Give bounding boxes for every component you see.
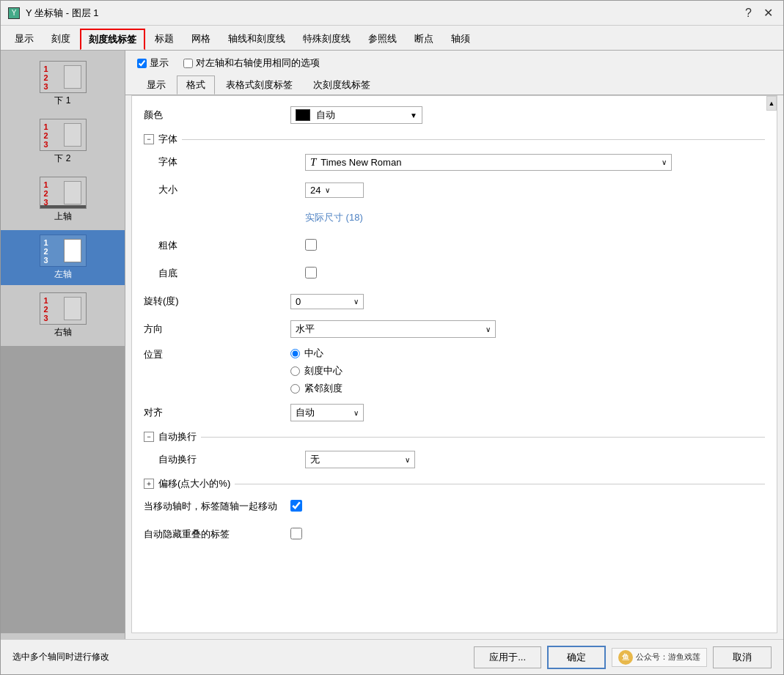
- window-title: Y 坐标轴 - 图层 1: [26, 7, 98, 20]
- cancel-button[interactable]: 取消: [713, 646, 772, 668]
- align-label: 对齐: [144, 406, 290, 419]
- font-value: Times New Roman: [320, 157, 401, 168]
- sidebar-item-left-axis[interactable]: 123 左轴: [1, 230, 125, 285]
- sidebar-label-bottom1: 下 1: [54, 95, 70, 107]
- tab-tick[interactable]: 刻度: [43, 29, 78, 50]
- italic-label: 自底: [158, 267, 305, 280]
- help-button[interactable]: ?: [742, 6, 755, 20]
- same-options-label: 对左轴和右轴使用相同的选项: [196, 56, 320, 70]
- font-dropdown[interactable]: T Times New Roman ∨: [305, 154, 672, 171]
- same-options-checkbox[interactable]: [183, 59, 193, 68]
- font-section-header: － 字体: [144, 133, 765, 146]
- color-swatch: [296, 109, 310, 121]
- tab-ref-line[interactable]: 参照线: [360, 29, 405, 50]
- show-checkbox[interactable]: [137, 59, 147, 68]
- sub-tab-minor[interactable]: 次刻度线标签: [304, 75, 380, 95]
- auto-hide-checkbox[interactable]: [290, 528, 302, 539]
- color-dropdown-arrow: ▼: [410, 111, 417, 119]
- watermark-icon: 鱼: [618, 650, 633, 665]
- bottom1-icon: 123: [40, 61, 87, 93]
- autowrap-section-collapse[interactable]: －: [144, 432, 154, 442]
- rotation-control: 0 ∨: [290, 294, 765, 309]
- ok-button[interactable]: 确定: [547, 646, 606, 669]
- sidebar: 123 下 1 123 下 2 123 上轴: [1, 51, 125, 639]
- bold-checkbox[interactable]: [305, 239, 317, 251]
- sub-tabs: 显示 格式 表格式刻度标签 次刻度线标签: [125, 75, 783, 95]
- position-center-option[interactable]: 中心: [290, 347, 765, 360]
- form-content: ▲ 颜色 自动 ▼ － 字体: [131, 95, 777, 633]
- font-label: 字体: [158, 155, 305, 169]
- sub-tab-show[interactable]: 显示: [137, 75, 175, 95]
- sidebar-item-bottom2[interactable]: 123 下 2: [1, 114, 125, 169]
- font-section-collapse[interactable]: －: [144, 134, 154, 144]
- font-section-line: [182, 139, 765, 140]
- move-with-axis-checkbox[interactable]: [290, 500, 302, 512]
- autowrap-dropdown[interactable]: 无 ∨: [305, 451, 415, 468]
- position-near-tick-option[interactable]: 紧邻刻度: [290, 382, 765, 395]
- sidebar-item-top-axis[interactable]: 123 上轴: [1, 172, 125, 227]
- rotation-dropdown[interactable]: 0 ∨: [290, 294, 364, 309]
- tab-display[interactable]: 显示: [7, 29, 42, 50]
- position-center-label: 中心: [304, 347, 323, 360]
- position-near-tick-radio[interactable]: [290, 384, 300, 394]
- offset-section-label: 偏移(点大小的%): [158, 477, 230, 490]
- apply-button[interactable]: 应用于...: [474, 646, 541, 668]
- tab-grid[interactable]: 网格: [183, 29, 219, 50]
- tab-tick-label[interactable]: 刻度线标签: [80, 29, 145, 50]
- direction-value: 水平: [296, 322, 315, 336]
- direction-dropdown[interactable]: 水平 ∨: [290, 320, 496, 338]
- autowrap-control: 无 ∨: [305, 451, 765, 468]
- align-dropdown[interactable]: 自动 ∨: [290, 404, 364, 421]
- app-icon: Y: [8, 7, 20, 19]
- title-bar-right: ? ✕: [742, 6, 776, 20]
- font-control: T Times New Roman ∨: [305, 154, 765, 171]
- sidebar-item-bottom1[interactable]: 123 下 1: [1, 56, 125, 111]
- position-row: 位置 中心 刻度中心 紧邻刻度: [144, 347, 765, 395]
- color-row: 颜色 自动 ▼: [144, 105, 765, 125]
- auto-hide-control: [290, 528, 765, 542]
- autowrap-section-label: 自动换行: [158, 430, 197, 443]
- italic-checkbox[interactable]: [305, 267, 317, 279]
- show-label: 显示: [150, 56, 169, 70]
- size-row: 大小 24 ∨: [144, 180, 765, 200]
- size-dropdown[interactable]: 24 ∨: [305, 182, 364, 198]
- bold-label: 粗体: [158, 239, 305, 252]
- close-button[interactable]: ✕: [761, 6, 776, 20]
- sidebar-label-top-axis: 上轴: [54, 210, 72, 223]
- position-center-radio[interactable]: [290, 349, 300, 358]
- same-options-checkbox-label[interactable]: 对左轴和右轴使用相同的选项: [183, 56, 320, 70]
- position-tick-center-radio[interactable]: [290, 366, 300, 376]
- main-tabs: 显示 刻度 刻度线标签 标题 网格 轴线和刻度线 特殊刻度线 参照线 断点 轴须: [1, 26, 783, 51]
- rotation-value: 0: [296, 296, 301, 307]
- rotation-row: 旋转(度) 0 ∨: [144, 291, 765, 311]
- tab-break[interactable]: 断点: [406, 29, 442, 50]
- tab-title[interactable]: 标题: [147, 29, 182, 50]
- scroll-up-arrow[interactable]: ▲: [766, 96, 777, 111]
- sub-tab-table-format[interactable]: 表格式刻度标签: [216, 75, 302, 95]
- color-value: 自动: [316, 108, 404, 122]
- main-dialog: Y Y 坐标轴 - 图层 1 ? ✕ 显示 刻度 刻度线标签 标题 网格 轴线和…: [0, 0, 784, 675]
- actual-size-row: 实际尺寸 (18): [144, 207, 765, 228]
- bold-row: 粗体: [144, 235, 765, 256]
- italic-control: [305, 267, 765, 281]
- autowrap-dropdown-arrow: ∨: [405, 456, 410, 464]
- tab-axis-tick[interactable]: 轴线和刻度线: [220, 29, 293, 50]
- move-with-axis-control: [290, 500, 765, 514]
- autowrap-section-header: － 自动换行: [144, 430, 765, 443]
- offset-section-expand[interactable]: ＋: [144, 479, 154, 489]
- title-bar: Y Y 坐标轴 - 图层 1 ? ✕: [1, 1, 783, 26]
- size-dropdown-arrow: ∨: [325, 186, 330, 194]
- show-checkbox-label[interactable]: 显示: [137, 56, 169, 70]
- sidebar-item-right-axis[interactable]: 123 右轴: [1, 288, 125, 343]
- color-dropdown[interactable]: 自动 ▼: [290, 106, 422, 124]
- sub-tab-format[interactable]: 格式: [177, 75, 215, 95]
- tab-special-tick[interactable]: 特殊刻度线: [295, 29, 359, 50]
- offset-section-header: ＋ 偏移(点大小的%): [144, 477, 765, 490]
- watermark-text: 公众号：游鱼戏莲: [636, 652, 700, 663]
- tab-axis-head[interactable]: 轴须: [443, 29, 478, 50]
- position-tick-center-option[interactable]: 刻度中心: [290, 364, 765, 377]
- size-control: 24 ∨: [305, 182, 765, 198]
- rotation-dropdown-arrow: ∨: [353, 298, 359, 306]
- title-bar-left: Y Y 坐标轴 - 图层 1: [8, 7, 98, 20]
- sidebar-label-right-axis: 右轴: [54, 326, 72, 339]
